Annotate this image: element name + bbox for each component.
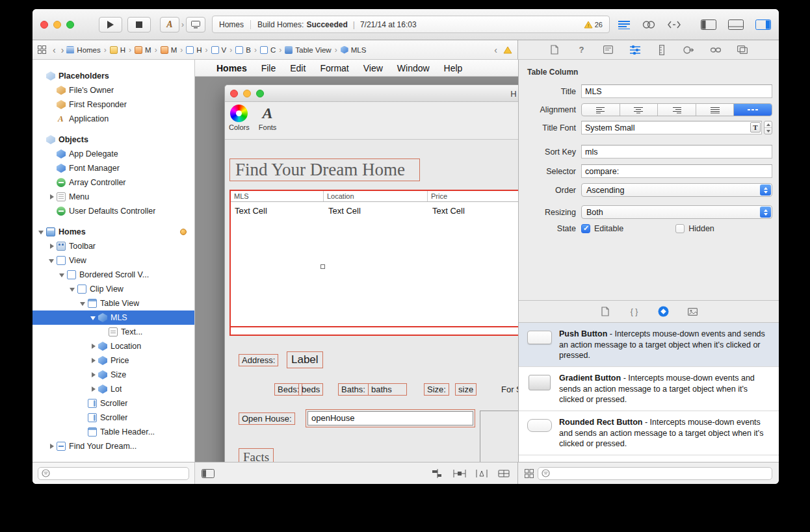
disclosure-triangle[interactable] [90, 314, 97, 322]
outline-item-mls[interactable]: MLS [33, 310, 194, 325]
attributes-inspector-tab[interactable] [628, 43, 642, 57]
table-cell[interactable]: Text Cell [328, 206, 361, 216]
design-menu-bar[interactable]: Homes File Edit Format View Window Help [195, 60, 518, 77]
file-template-library-tab[interactable] [598, 305, 612, 319]
outline-item-first-responder[interactable]: First Responder [33, 97, 194, 112]
disclosure-triangle[interactable] [59, 272, 66, 279]
disclosure-triangle[interactable] [48, 194, 55, 201]
related-items-button[interactable] [38, 45, 46, 54]
breadcrumb-segment[interactable]: Table View [285, 46, 331, 54]
go-forward-button[interactable]: › [61, 45, 64, 55]
menu-item-format[interactable]: Format [313, 63, 356, 73]
breadcrumb-segment[interactable]: H [186, 46, 202, 54]
outline-item-table-view[interactable]: Table View [33, 296, 194, 310]
table-header-row[interactable]: MLS Location Price [231, 191, 518, 202]
outline-item-font-manager[interactable]: Font Manager [33, 161, 194, 175]
library-grid-view-button[interactable] [525, 469, 534, 478]
size-value-label[interactable]: size [455, 383, 477, 396]
align-natural-segment[interactable] [734, 104, 772, 116]
pin-constraints-button[interactable] [452, 469, 467, 478]
baths-value-label[interactable]: baths [368, 383, 407, 396]
outline-filter-field[interactable] [38, 467, 189, 480]
hidden-checkbox[interactable] [675, 224, 685, 233]
breadcrumb-segment[interactable]: C [260, 46, 276, 54]
outline-filter-input[interactable] [53, 469, 185, 478]
breadcrumb-segment[interactable]: M [135, 46, 151, 54]
breadcrumb-segment[interactable]: Homes [66, 46, 100, 54]
bindings-inspector-tab[interactable] [709, 43, 723, 57]
breadcrumb-segment[interactable]: H [110, 46, 125, 54]
outline-item-view[interactable]: View [33, 253, 194, 268]
outline-item-array-controller[interactable]: Array Controller [33, 175, 194, 190]
disclosure-triangle[interactable] [90, 386, 97, 393]
close-window-button[interactable] [40, 21, 48, 29]
outline-item-homes[interactable]: Homes [33, 225, 194, 239]
title-input[interactable] [581, 84, 772, 98]
headline-label[interactable]: Find Your Dream Home [229, 158, 420, 181]
outline-item-location[interactable]: Location [33, 339, 194, 353]
outline-item-application[interactable]: Application [33, 112, 194, 126]
activity-viewer[interactable]: Homes Build Homes: Succeeded | 7/21/14 a… [212, 16, 610, 33]
go-back-button[interactable]: ‹ [53, 45, 56, 55]
column-header-price[interactable]: Price [428, 191, 518, 201]
menu-item-window[interactable]: Window [390, 63, 437, 73]
outline-item-size[interactable]: Size [33, 368, 194, 382]
stop-button[interactable] [127, 17, 151, 32]
outline-item-price[interactable]: Price [33, 353, 194, 368]
scheme-selector-button[interactable]: A [160, 17, 179, 32]
disclosure-triangle[interactable] [48, 443, 55, 450]
design-window-titlebar[interactable]: H [225, 85, 518, 102]
issue-warning-icon[interactable] [503, 46, 512, 54]
previous-issue-button[interactable]: ‹ [494, 45, 497, 55]
table-cell[interactable]: Text Cell [432, 206, 465, 216]
disclosure-triangle[interactable] [90, 343, 97, 350]
baths-label[interactable]: Baths: [338, 383, 369, 396]
library-filter-field[interactable] [538, 467, 772, 480]
library-filter-input[interactable] [553, 469, 768, 478]
design-window-toolbar[interactable]: Colors A Fonts [225, 102, 518, 140]
resolve-auto-layout-issues-button[interactable] [475, 469, 489, 478]
outline-item-toolbar[interactable]: Toolbar [33, 239, 194, 253]
fonts-toolbar-item[interactable]: A Fonts [259, 105, 277, 131]
editable-checkbox[interactable] [581, 224, 590, 233]
design-table-view[interactable]: MLS Location Price Text Cell Text Cell T… [229, 190, 518, 336]
font-panel-button[interactable]: T [750, 122, 761, 133]
view-effects-inspector-tab[interactable] [735, 43, 750, 57]
menu-item-edit[interactable]: Edit [283, 63, 313, 73]
outline-item-objects[interactable]: Objects [33, 133, 194, 147]
selector-input[interactable] [581, 164, 772, 178]
sort-key-input[interactable] [581, 145, 772, 158]
align-left-segment[interactable] [582, 104, 620, 116]
disclosure-triangle[interactable] [48, 243, 55, 250]
open-house-field[interactable]: openHouse [307, 411, 473, 425]
for-sale-label[interactable]: For S [498, 383, 518, 396]
outline-item-user-defaults-controller[interactable]: User Defaults Controller [33, 204, 194, 218]
toggle-navigator-button[interactable] [701, 19, 716, 30]
disclosure-triangle[interactable] [79, 300, 86, 307]
align-right-segment[interactable] [658, 104, 696, 116]
outline-item-menu[interactable]: Menu [33, 190, 194, 204]
menu-item-help[interactable]: Help [437, 63, 470, 73]
facts-label[interactable]: Facts [239, 448, 274, 462]
file-inspector-tab[interactable] [547, 43, 562, 57]
align-button[interactable] [430, 469, 445, 478]
font-size-stepper[interactable] [764, 121, 772, 134]
menu-item-file[interactable]: File [254, 63, 283, 73]
menu-item-homes[interactable]: Homes [216, 63, 254, 73]
outline-item-text-cell[interactable]: Text... [33, 325, 194, 339]
disclosure-triangle[interactable] [90, 372, 97, 379]
connections-inspector-tab[interactable] [681, 43, 696, 57]
beds-value-label[interactable]: beds [298, 383, 323, 396]
library-item-rounded-rect-button[interactable]: Rounded Rect Button - Intercepts mouse-d… [519, 411, 779, 455]
warning-count-badge[interactable]: ! 26 [584, 21, 603, 29]
size-label[interactable]: Size: [424, 383, 449, 396]
outline-item-files-owner[interactable]: File's Owner [33, 83, 194, 97]
column-header-location[interactable]: Location [324, 191, 428, 201]
breadcrumb-segment[interactable]: V [211, 46, 227, 54]
quick-help-inspector-tab[interactable]: ? [574, 43, 588, 57]
breadcrumb-segment[interactable]: MLS [341, 46, 367, 54]
table-cell[interactable]: Text Cell [235, 206, 267, 216]
resizing-popup[interactable]: Both [581, 205, 772, 219]
align-justified-segment[interactable] [696, 104, 735, 116]
outline-item-table-header[interactable]: Table Header... [33, 425, 194, 439]
